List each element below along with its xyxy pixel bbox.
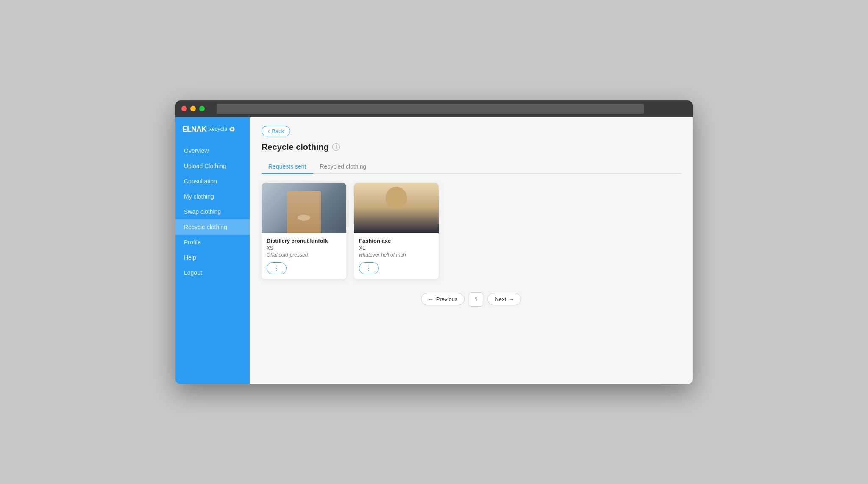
sidebar-item-swap-clothing[interactable]: Swap clothing [175, 204, 250, 219]
sidebar-item-consultation[interactable]: Consultation [175, 174, 250, 189]
logo-recycle: Recycle [208, 126, 227, 133]
card-2-menu-button[interactable]: ⋮ [359, 262, 379, 274]
card-1-body: Distillery cronut kinfolk XS Offal cold-… [262, 233, 346, 279]
next-button[interactable]: Next → [487, 293, 521, 305]
card-1-dots-icon: ⋮ [273, 264, 280, 272]
card-2: Fashion axe XL whatever hell of meh ⋮ [354, 183, 439, 279]
sidebar-item-overview[interactable]: Overview [175, 143, 250, 158]
info-icon[interactable]: i [332, 143, 340, 151]
card-2-body: Fashion axe XL whatever hell of meh ⋮ [354, 233, 439, 279]
previous-button[interactable]: ← Previous [421, 293, 465, 305]
close-button[interactable] [181, 106, 187, 111]
minimize-button[interactable] [190, 106, 196, 111]
back-button[interactable]: ‹ Back [262, 126, 290, 136]
card-2-dots-icon: ⋮ [365, 264, 373, 272]
maximize-button[interactable] [199, 106, 205, 111]
cards-grid: Distillery cronut kinfolk XS Offal cold-… [262, 183, 681, 279]
tab-recycled-clothing[interactable]: Recycled clothing [313, 160, 373, 174]
main-content: ‹ Back Recycle clothing i Requests sent … [250, 117, 693, 384]
card-2-image [354, 183, 439, 233]
sidebar: ELNAK Recycle ♻ Overview Upload Clothing… [175, 117, 250, 384]
card-1-size: XS [267, 245, 341, 251]
app-body: ELNAK Recycle ♻ Overview Upload Clothing… [175, 117, 693, 384]
card-1-title: Distillery cronut kinfolk [267, 238, 341, 244]
logo-elnak: ELNAK [182, 125, 206, 134]
pagination: ← Previous 1 Next → [262, 292, 681, 307]
titlebar [175, 100, 693, 117]
sidebar-item-help[interactable]: Help [175, 250, 250, 265]
card-2-title: Fashion axe [359, 238, 434, 244]
tabs: Requests sent Recycled clothing [262, 160, 681, 174]
sidebar-item-my-clothing[interactable]: My clothing [175, 189, 250, 204]
sidebar-item-profile[interactable]: Profile [175, 235, 250, 250]
app-window: ELNAK Recycle ♻ Overview Upload Clothing… [175, 100, 693, 384]
logo: ELNAK Recycle ♻ [175, 125, 250, 143]
card-2-size: XL [359, 245, 434, 251]
page-title: Recycle clothing [262, 142, 329, 152]
address-bar[interactable] [217, 104, 644, 114]
card-2-description: whatever hell of meh [359, 252, 434, 258]
card-1: Distillery cronut kinfolk XS Offal cold-… [262, 183, 346, 279]
next-arrow-icon: → [509, 296, 514, 302]
tab-requests-sent[interactable]: Requests sent [262, 160, 313, 174]
card-1-description: Offal cold-pressed [267, 252, 341, 258]
sidebar-item-upload-clothing[interactable]: Upload Clothing [175, 158, 250, 174]
sidebar-item-recycle-clothing[interactable]: Recycle clothing [175, 219, 250, 235]
card-1-image [262, 183, 346, 233]
back-arrow-icon: ‹ [268, 128, 270, 134]
page-title-row: Recycle clothing i [262, 142, 681, 152]
recycle-icon: ♻ [229, 125, 235, 133]
sidebar-item-logout[interactable]: Logout [175, 265, 250, 280]
current-page-number: 1 [469, 292, 483, 307]
prev-arrow-icon: ← [428, 296, 434, 302]
card-1-menu-button[interactable]: ⋮ [267, 262, 287, 274]
